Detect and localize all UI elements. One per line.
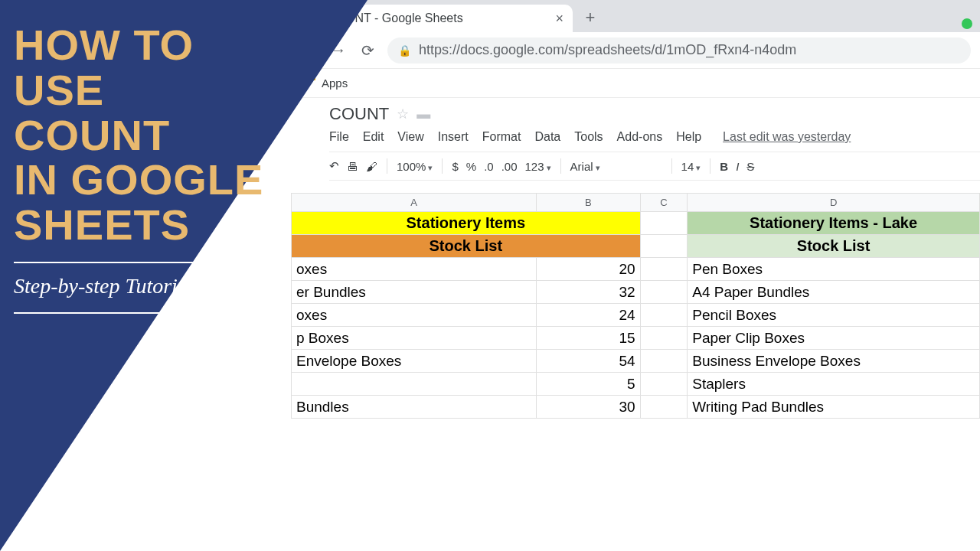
cell-blank[interactable] bbox=[640, 396, 688, 419]
col-header[interactable]: B bbox=[537, 194, 640, 212]
cell[interactable]: Business Envelope Boxes bbox=[688, 350, 980, 373]
title-overlay-text: HOW TO USE COUNT IN GOOGLE SHEETS Step-b… bbox=[14, 23, 263, 324]
percent-button[interactable]: % bbox=[466, 160, 476, 173]
strike-button[interactable]: S bbox=[746, 160, 754, 173]
cell[interactable]: 5 bbox=[537, 373, 640, 396]
currency-button[interactable]: $ bbox=[452, 160, 458, 173]
decrease-decimal-button[interactable]: .0 bbox=[484, 160, 494, 173]
menu-view[interactable]: View bbox=[397, 130, 423, 144]
cell[interactable]: Writing Pad Bundles bbox=[688, 396, 980, 419]
title-line: HOW TO bbox=[14, 23, 263, 68]
cell-blank[interactable] bbox=[640, 350, 688, 373]
cell-blank[interactable] bbox=[640, 304, 688, 327]
cell[interactable]: 15 bbox=[537, 327, 640, 350]
italic-button[interactable]: I bbox=[736, 160, 739, 173]
cell[interactable]: 54 bbox=[537, 350, 640, 373]
cell-blank[interactable] bbox=[640, 235, 688, 258]
lock-icon: 🔒 bbox=[398, 44, 411, 57]
title-line: USE bbox=[14, 68, 263, 113]
font-select[interactable]: Arial bbox=[570, 160, 662, 173]
zoom-select[interactable]: 100% bbox=[397, 160, 433, 173]
cell-blank[interactable] bbox=[640, 281, 688, 304]
table2-title[interactable]: Stationery Items - Lake bbox=[688, 212, 980, 235]
cell[interactable]: 20 bbox=[537, 258, 640, 281]
last-edit-info[interactable]: Last edit was yesterday bbox=[723, 130, 851, 144]
menu-bar: File Edit View Insert Format Data Tools … bbox=[329, 126, 980, 148]
new-tab-button[interactable]: + bbox=[579, 6, 602, 29]
spreadsheet-grid[interactable]: A B C D Stationery Items Stationery Item… bbox=[291, 193, 980, 419]
tab-strip: ▦ COUNT - Google Sheets × + bbox=[291, 0, 980, 32]
cell-blank[interactable] bbox=[640, 373, 688, 396]
address-bar[interactable]: 🔒 https://docs.google.com/spreadsheets/d… bbox=[387, 37, 971, 64]
menu-help[interactable]: Help bbox=[676, 130, 701, 144]
close-icon[interactable]: × bbox=[555, 11, 564, 27]
title-line: SHEETS bbox=[14, 203, 263, 248]
cell-blank[interactable] bbox=[640, 258, 688, 281]
menu-tools[interactable]: Tools bbox=[574, 130, 603, 144]
title-line: IN GOOGLE bbox=[14, 158, 263, 203]
bold-button[interactable]: B bbox=[720, 160, 728, 173]
cell[interactable]: Pen Boxes bbox=[688, 258, 980, 281]
folder-icon[interactable]: ▬ bbox=[416, 106, 430, 122]
sheets-header: COUNT ☆ ▬ File Edit View Insert Format D… bbox=[291, 98, 980, 181]
paint-format-icon[interactable]: 🖌 bbox=[366, 160, 377, 173]
url-text: https://docs.google.com/spreadsheets/d/1… bbox=[419, 42, 796, 58]
divider bbox=[14, 262, 213, 263]
cell[interactable]: 32 bbox=[537, 281, 640, 304]
cell[interactable]: A4 Paper Bundles bbox=[688, 281, 980, 304]
cell[interactable]: Pencil Boxes bbox=[688, 304, 980, 327]
status-dot bbox=[962, 18, 972, 29]
cell[interactable]: Paper Clip Boxes bbox=[688, 327, 980, 350]
menu-insert[interactable]: Insert bbox=[438, 130, 469, 144]
cell[interactable]: 24 bbox=[537, 304, 640, 327]
toolbar: ↶ 🖶 🖌 100% $ % .0 .00 123 Arial 14 B I S bbox=[329, 152, 980, 181]
col-header[interactable]: C bbox=[640, 194, 688, 212]
subtitle: Step-by-step Tutorial bbox=[14, 274, 263, 298]
format-select[interactable]: 123 bbox=[525, 160, 551, 173]
cell-blank[interactable] bbox=[640, 212, 688, 235]
menu-addons[interactable]: Add-ons bbox=[617, 130, 663, 144]
increase-decimal-button[interactable]: .00 bbox=[501, 160, 518, 173]
table2-subtitle[interactable]: Stock List bbox=[688, 235, 980, 258]
menu-format[interactable]: Format bbox=[482, 130, 521, 144]
cell[interactable]: 30 bbox=[537, 396, 640, 419]
menu-data[interactable]: Data bbox=[534, 130, 560, 144]
divider bbox=[14, 312, 213, 314]
address-bar-row: ← → ⟳ 🔒 https://docs.google.com/spreadsh… bbox=[291, 32, 980, 69]
star-icon[interactable]: ☆ bbox=[397, 106, 409, 122]
font-size-select[interactable]: 14 bbox=[681, 160, 701, 173]
title-line: COUNT bbox=[14, 113, 263, 158]
col-header[interactable]: D bbox=[688, 194, 980, 212]
cell[interactable]: Staplers bbox=[688, 373, 980, 396]
bookmarks-bar: Apps bbox=[291, 69, 980, 98]
cell-blank[interactable] bbox=[640, 327, 688, 350]
browser-window: ▦ COUNT - Google Sheets × + ← → ⟳ 🔒 http… bbox=[291, 0, 980, 551]
